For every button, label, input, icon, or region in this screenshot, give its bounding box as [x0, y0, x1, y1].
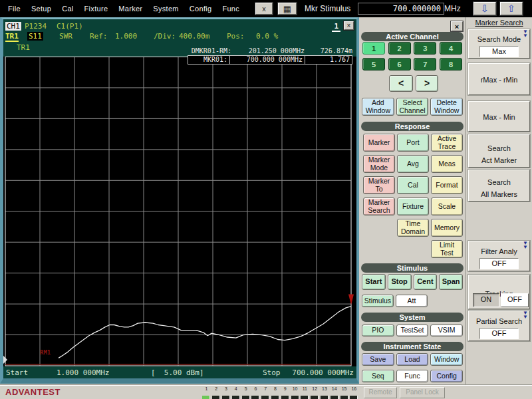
window-button-delete-window[interactable]: Delete Window: [430, 98, 463, 116]
led-indicator-15: 15: [339, 386, 349, 399]
response-button-cal[interactable]: Cal: [397, 176, 429, 194]
channel-button-8[interactable]: 8: [440, 58, 462, 70]
led-number-6: 6: [251, 386, 261, 392]
softkey-menu-title: Marker Search: [466, 19, 532, 27]
menu-item-system[interactable]: System: [148, 5, 184, 13]
instrument-button-seq[interactable]: Seq: [362, 370, 394, 382]
channel-button-2[interactable]: 2: [388, 42, 411, 55]
system-button-pio[interactable]: PIO: [362, 325, 394, 336]
menu-item-fixture[interactable]: Fixture: [79, 5, 114, 13]
led-number-4: 4: [231, 386, 241, 392]
led-lamp-icon: [222, 396, 230, 399]
led-lamp-icon: [350, 396, 358, 399]
partial-search-value: OFF: [479, 328, 519, 339]
response-button-meas[interactable]: Meas: [431, 155, 463, 173]
stimulus-button-cent[interactable]: Cent: [414, 274, 438, 290]
instrument-button-func[interactable]: Func: [396, 370, 429, 382]
filter-analy-softkey[interactable]: ▼▼ Filter Analy OFF: [468, 241, 530, 271]
instrument-button-save[interactable]: Save: [362, 353, 394, 366]
led-indicator-2: 2: [211, 386, 221, 399]
menu-item-file[interactable]: File: [3, 5, 26, 13]
channel-button-7[interactable]: 7: [414, 58, 436, 70]
pos-value: 0.0 %: [256, 32, 278, 41]
window-button-add-window[interactable]: Add Window: [362, 98, 394, 116]
response-button-marker-mode[interactable]: Marker Mode: [363, 155, 395, 173]
channel-button-3[interactable]: 3: [414, 42, 436, 55]
system-button-vsim[interactable]: VSIM: [430, 325, 463, 336]
max-min-softkey[interactable]: Max - Min: [468, 101, 530, 132]
swr-trace: [59, 307, 351, 358]
response-button-format[interactable]: Format: [431, 176, 463, 194]
led-number-3: 3: [221, 386, 231, 392]
menu-item-func[interactable]: Func: [217, 5, 245, 13]
instrument-button-window[interactable]: Window: [430, 353, 463, 366]
menu-item-cal[interactable]: Cal: [57, 5, 78, 13]
led-lamp-icon: [212, 396, 220, 399]
prev-channel-button[interactable]: <: [389, 75, 413, 92]
response-button-scale[interactable]: Scale: [431, 198, 463, 215]
marker1-value: 1.767: [305, 55, 352, 65]
led-number-7: 7: [261, 386, 271, 392]
led-indicator-3: 3: [221, 386, 231, 399]
response-button-avg[interactable]: Avg: [397, 155, 429, 173]
stimulus-button-stop[interactable]: Stop: [388, 274, 412, 290]
menu-item-config[interactable]: Config: [184, 5, 217, 13]
window-button-select-channel[interactable]: Select Channel: [396, 98, 429, 116]
x-entry-button[interactable]: x: [255, 3, 273, 15]
system-button-testset[interactable]: TestSet: [396, 325, 429, 336]
led-lamp-icon: [331, 396, 338, 399]
panel-close-icon[interactable]: ×: [451, 21, 463, 31]
tracking-on-button[interactable]: ON: [473, 293, 499, 307]
tracking-off-button[interactable]: OFF: [501, 293, 529, 307]
response-button-marker-to[interactable]: Marker To: [363, 176, 395, 194]
start-value: 1.000 000MHz: [57, 368, 109, 377]
div-value: 400.00m: [179, 32, 209, 41]
ref-label: Ref:: [90, 32, 108, 41]
stimulus-button-stimulus[interactable]: Stimulus: [362, 295, 394, 307]
div-label: /Div:: [154, 32, 176, 41]
mkr-stimulus-field[interactable]: [358, 3, 444, 15]
response-button-limit-test[interactable]: Limit Test: [431, 240, 463, 258]
channel-button-6[interactable]: 6: [388, 58, 411, 70]
led-indicator-16: 16: [349, 386, 359, 399]
response-button-active-trace[interactable]: Active Trace: [431, 134, 463, 152]
channel-button-1[interactable]: 1: [362, 42, 385, 55]
search-all-markers-softkey[interactable]: Search All Markers: [468, 170, 530, 201]
filter-analy-label: Filter Analy: [473, 247, 525, 255]
step-up-arrow-icon[interactable]: ⇧: [500, 2, 523, 15]
stimulus-button-span[interactable]: Span: [439, 274, 463, 290]
response-button-memory[interactable]: Memory: [431, 219, 463, 237]
trace-window-close-icon[interactable]: ×: [344, 21, 354, 30]
delta-marker-value: 726.874m: [305, 47, 352, 55]
instrument-button-config[interactable]: Config: [430, 370, 463, 382]
instrument-button-load[interactable]: Load: [396, 353, 429, 366]
menu-item-setup[interactable]: Setup: [26, 5, 57, 13]
search-mode-softkey[interactable]: ▼▼ Search Mode Max: [468, 29, 530, 59]
function-panel: × Active Channel 1234 5678 < > Add Windo…: [359, 17, 466, 384]
rmax-rmin-softkey[interactable]: rMax - rMin: [468, 63, 530, 95]
channel-button-5[interactable]: 5: [362, 58, 385, 70]
active-marker-icon: [348, 295, 354, 305]
stimulus-button-att[interactable]: Att: [396, 295, 428, 307]
partial-search-softkey[interactable]: ▼▼ Partial Search OFF: [468, 311, 530, 341]
system-row: PIOTestSetVSIM: [362, 325, 463, 336]
menu-item-marker[interactable]: Marker: [113, 5, 148, 13]
response-button-port[interactable]: Port: [397, 134, 429, 152]
led-indicator-1: 1: [201, 386, 211, 399]
channel-button-4[interactable]: 4: [440, 42, 462, 55]
dropdown-arrows-icon: ▼▼: [523, 30, 528, 37]
step-down-arrow-icon[interactable]: ⇩: [473, 2, 496, 15]
response-button-marker[interactable]: Marker: [363, 134, 395, 152]
response-button-marker-search[interactable]: Marker Search: [363, 198, 395, 215]
calculator-icon[interactable]: ▦: [278, 3, 297, 15]
response-button-fixture[interactable]: Fixture: [397, 198, 429, 215]
search-act-marker-softkey[interactable]: Search Act Marker: [468, 134, 530, 168]
response-button-time-domain[interactable]: Time Domain: [397, 219, 429, 237]
led-indicator-9: 9: [280, 386, 290, 399]
dropdown-arrows-icon: ▼▼: [523, 311, 528, 319]
stimulus-button-start[interactable]: Start: [362, 274, 386, 290]
tracking-softkey[interactable]: Tracking ON OFF: [468, 275, 530, 309]
led-indicator-8: 8: [271, 386, 281, 399]
window-number-label[interactable]: 1: [332, 22, 340, 32]
next-channel-button[interactable]: >: [416, 75, 438, 92]
